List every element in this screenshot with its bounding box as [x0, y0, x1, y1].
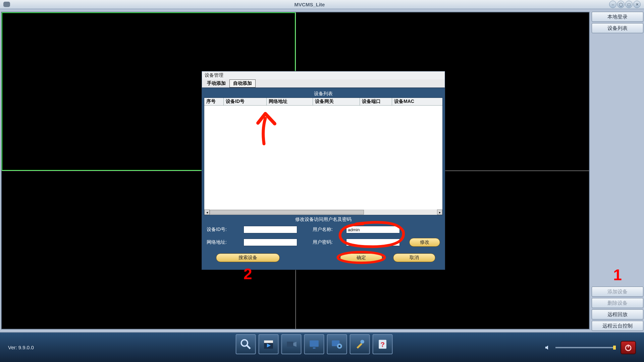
- volume-slider[interactable]: [555, 347, 616, 348]
- device-list-button[interactable]: 设备列表: [592, 23, 643, 33]
- scroll-left-button[interactable]: ◂: [204, 209, 210, 215]
- window-buttons: – ◯ ▢ ✕: [609, 1, 641, 8]
- svg-marker-15: [545, 345, 548, 350]
- dialog-body: 设备列表 序号 设备ID号 网络地址 设备网关 设备端口 设备MAC ◂ ▸: [202, 88, 445, 269]
- svg-rect-3: [264, 341, 273, 343]
- clapper-icon: [262, 338, 275, 351]
- toolbar-pc-settings-button[interactable]: [327, 334, 347, 354]
- scroll-right-button[interactable]: ▸: [437, 209, 442, 215]
- svg-point-11: [338, 345, 340, 347]
- horizontal-scrollbar[interactable]: ◂ ▸: [204, 209, 442, 215]
- window-title: MVCMS_Lite: [10, 2, 609, 7]
- add-device-button[interactable]: 添加设备: [592, 287, 643, 297]
- toolbar-help-button[interactable]: ?: [373, 334, 393, 354]
- toolbar-search-button[interactable]: [236, 334, 256, 354]
- dialog-tabbar: 手动添加 自动添加: [202, 79, 445, 88]
- device-list-caption: 设备列表: [204, 90, 443, 98]
- label-net-addr: 网络地址:: [207, 239, 244, 245]
- toolbar-camera-button[interactable]: [281, 334, 302, 354]
- pc-settings-icon: [331, 338, 343, 351]
- label-device-id: 设备ID号:: [207, 227, 244, 233]
- delete-device-button[interactable]: 删除设备: [592, 298, 643, 308]
- help-icon: ?: [376, 338, 389, 351]
- local-login-button[interactable]: 本地登录: [592, 12, 643, 22]
- annotation-number-2: 2: [244, 265, 252, 283]
- svg-line-1: [247, 346, 250, 349]
- dialog-button-row: 搜索设备 2 确定 取消: [204, 251, 443, 267]
- window-button-2[interactable]: ◯: [617, 1, 625, 8]
- tools-icon: [354, 338, 366, 351]
- search-icon: [239, 338, 252, 351]
- svg-point-12: [361, 340, 364, 344]
- close-button[interactable]: ✕: [633, 1, 641, 8]
- device-list-header: 序号 设备ID号 网络地址 设备网关 设备端口 设备MAC: [204, 98, 442, 106]
- edit-caption: 修改设备访问用户名及密码: [204, 215, 443, 224]
- titlebar: MVCMS_Lite – ◯ ▢ ✕: [0, 0, 644, 9]
- app-menu-icon[interactable]: [3, 2, 10, 7]
- volume-area: [545, 341, 636, 354]
- annotation-number-1: 1: [592, 266, 643, 284]
- cancel-button[interactable]: 取消: [393, 253, 435, 262]
- svg-text:?: ?: [380, 341, 385, 348]
- tab-auto-add[interactable]: 自动添加: [229, 79, 256, 87]
- volume-thumb[interactable]: [613, 346, 616, 350]
- device-list-rows[interactable]: [204, 106, 442, 209]
- col-mac[interactable]: 设备MAC: [392, 98, 442, 105]
- label-password: 用户密码:: [313, 239, 346, 245]
- remote-playback-button[interactable]: 远程回放: [592, 309, 643, 319]
- minimize-button[interactable]: –: [609, 1, 616, 8]
- svg-rect-5: [287, 342, 293, 347]
- remote-ptz-button[interactable]: 远程云台控制: [592, 321, 643, 331]
- input-device-id[interactable]: [244, 226, 297, 233]
- col-port[interactable]: 设备端口: [360, 98, 392, 105]
- dialog-title: 设备管理: [202, 71, 445, 79]
- camera-icon: [285, 338, 298, 351]
- input-net-addr[interactable]: [244, 239, 297, 246]
- toolbar-tools-button[interactable]: [350, 334, 370, 354]
- power-icon: [624, 344, 632, 352]
- toolbar-record-button[interactable]: [259, 334, 279, 354]
- monitor-icon: [308, 338, 321, 351]
- toolbar-monitor-button[interactable]: [304, 334, 324, 354]
- tab-manual-add[interactable]: 手动添加: [203, 79, 229, 87]
- power-button[interactable]: [621, 341, 636, 354]
- input-username[interactable]: [346, 226, 400, 233]
- col-device-id[interactable]: 设备ID号: [224, 98, 267, 105]
- svg-marker-6: [293, 342, 297, 347]
- side-panel: 本地登录 设备列表 1 添加设备 删除设备 远程回放 远程云台控制: [591, 9, 644, 332]
- svg-point-0: [241, 340, 248, 346]
- device-management-dialog: 设备管理 手动添加 自动添加 设备列表 序号 设备ID号 网络地址 设备网关 设…: [202, 71, 445, 270]
- speaker-icon: [545, 345, 551, 351]
- edit-form: 设备ID号: 用户名称: 网络地址: 用户密码: 修改: [204, 224, 443, 251]
- col-net-addr[interactable]: 网络地址: [267, 98, 313, 105]
- modify-button[interactable]: 修改: [409, 238, 440, 247]
- col-gateway[interactable]: 设备网关: [313, 98, 360, 105]
- scroll-thumb[interactable]: [210, 210, 364, 215]
- input-password[interactable]: [346, 239, 400, 246]
- bottom-bar: Ver: 9.9.0.0 ?: [0, 332, 644, 362]
- label-username: 用户名称:: [313, 227, 346, 233]
- search-device-button[interactable]: 搜索设备: [216, 253, 280, 262]
- ok-button[interactable]: 确定: [340, 253, 382, 262]
- version-label: Ver: 9.9.0.0: [8, 345, 34, 350]
- maximize-button[interactable]: ▢: [625, 1, 633, 8]
- scroll-track[interactable]: [210, 210, 437, 215]
- annotation-arrow: [251, 110, 281, 147]
- device-list: 序号 设备ID号 网络地址 设备网关 设备端口 设备MAC ◂ ▸: [204, 98, 443, 215]
- toolbar: ?: [236, 334, 393, 354]
- col-index[interactable]: 序号: [204, 98, 224, 105]
- svg-rect-7: [310, 341, 319, 347]
- svg-rect-8: [313, 348, 316, 349]
